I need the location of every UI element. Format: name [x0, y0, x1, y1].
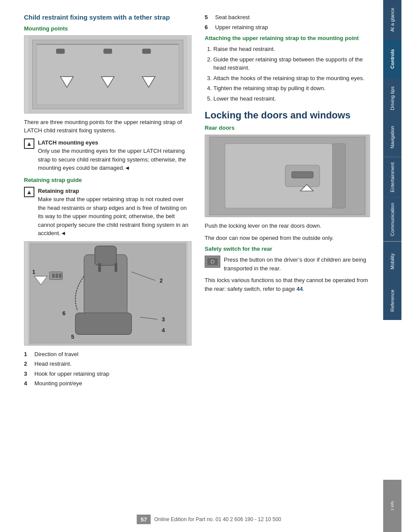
list-item-4: 4 Mounting point/eye: [24, 379, 192, 388]
warning-text-2: Retaining strap Make sure that the upper…: [38, 187, 192, 238]
list-item-6: 6 Upper retaining strap: [205, 23, 370, 32]
svg-rect-19: [52, 273, 55, 278]
page-container: Child restraint fixing system with a tet…: [0, 0, 418, 532]
safety-page-link[interactable]: 44: [297, 286, 303, 292]
sidebar-tab-entertainment[interactable]: Entertainment: [383, 157, 401, 197]
label-4: Mounting point/eye: [34, 379, 82, 388]
svg-point-40: [212, 261, 213, 263]
page-number: 57: [137, 515, 151, 524]
list-item-3: 3 Hook for upper retaining strap: [24, 370, 192, 378]
rear-doors-text2: The door can now be opened from the outs…: [205, 234, 370, 242]
page-footer: 57 Online Edition for Part no. 01 40 2 6…: [0, 515, 418, 524]
label-1: Direction of travel: [34, 350, 78, 359]
svg-text:5: 5: [71, 333, 74, 340]
svg-rect-36: [333, 144, 346, 208]
svg-rect-7: [56, 48, 65, 54]
warning-icon-2: ▲: [24, 187, 34, 197]
numbered-list-left: 1 Direction of travel 2 Head restraint. …: [24, 350, 192, 388]
svg-text:2: 2: [160, 277, 163, 284]
warning-box-2: ▲ Retaining strap Make sure that the upp…: [24, 187, 192, 238]
sidebar-info: 1 info: [383, 480, 401, 532]
warning-title-2: Retaining strap: [38, 188, 79, 194]
label-2: Head restraint.: [34, 360, 71, 368]
step-1: Raise the head restraint.: [213, 45, 370, 54]
sidebar-tab-communication[interactable]: Communication: [383, 197, 401, 241]
step-4: Tighten the retaining strap by pulling i…: [213, 84, 370, 93]
sidebar-tab-reference[interactable]: Reference: [383, 281, 401, 320]
left-column: Child restraint fixing system with a tet…: [24, 13, 192, 391]
safety-switch-text: Press the button on the driver’s door if…: [224, 256, 370, 273]
numbered-list-right-top: 5 Seat backrest 6 Upper retaining strap: [205, 13, 370, 31]
attaching-title: Attaching the upper retaining strap to t…: [205, 35, 370, 41]
seat-diagram-image: 1 2 3 4 5 6: [24, 241, 192, 346]
safety-switch-icon: [205, 256, 220, 268]
svg-rect-9: [142, 48, 151, 54]
subsection-mounting: Mounting points: [24, 25, 192, 32]
step-5: Lower the head restraint.: [213, 94, 370, 103]
warning-body-2: Make sure that the upper retaining strap…: [38, 196, 188, 236]
svg-rect-20: [56, 273, 58, 278]
retaining-guide-title: Retaining strap guide: [24, 177, 192, 183]
section-title: Child restraint fixing system with a tet…: [24, 13, 192, 22]
num-1: 1: [24, 350, 31, 359]
mounting-points-image: [24, 35, 192, 114]
attaching-steps: Raise the head restraint. Guide the uppe…: [205, 45, 370, 103]
rear-doors-image: [205, 135, 370, 217]
sidebar: At a glance Controls Driving tips Naviga…: [383, 0, 401, 532]
two-col-layout: Child restraint fixing system with a tet…: [24, 13, 370, 391]
svg-rect-13: [75, 313, 131, 334]
locking-title: Locking the doors and windows: [205, 110, 370, 121]
sidebar-tab-controls[interactable]: Controls: [383, 39, 401, 78]
safety-switch-box: Press the button on the driver’s door if…: [205, 256, 370, 273]
num-2: 2: [24, 360, 31, 368]
svg-text:4: 4: [162, 327, 165, 333]
svg-text:1: 1: [32, 269, 35, 275]
label-6: Upper retaining strap: [215, 23, 268, 32]
warning-icon-1: ▲: [24, 138, 34, 149]
num-6: 6: [205, 23, 212, 32]
svg-rect-34: [292, 172, 313, 178]
sidebar-tabs: At a glance Controls Driving tips Naviga…: [383, 0, 401, 320]
list-item-5: 5 Seat backrest: [205, 13, 370, 22]
svg-rect-16: [115, 263, 117, 272]
sidebar-tab-at-a-glance[interactable]: At a glance: [383, 0, 401, 39]
label-3: Hook for upper retaining strap: [34, 370, 109, 378]
list-item-2: 2 Head restraint.: [24, 360, 192, 368]
num-5: 5: [205, 13, 212, 22]
right-column: 5 Seat backrest 6 Upper retaining strap …: [205, 13, 370, 391]
warning-box-1: ▲ LATCH mounting eyes Only use the mount…: [24, 138, 192, 172]
svg-rect-21: [59, 273, 61, 278]
label-5: Seat backrest: [215, 13, 250, 22]
warning-title-1: LATCH mounting eyes: [38, 139, 98, 146]
svg-rect-8: [104, 48, 112, 54]
step-2: Guide the upper retaining strap between …: [213, 55, 370, 72]
main-content: Child restraint fixing system with a tet…: [0, 0, 383, 532]
sidebar-tab-navigation[interactable]: Navigation: [383, 118, 401, 157]
sidebar-tab-driving-tips[interactable]: Driving tips: [383, 78, 401, 118]
warning-body-1: Only use the mounting eyes for the upper…: [38, 148, 186, 171]
safety-switch-text2: This locks various functions so that the…: [205, 276, 370, 293]
mounting-description: There are three mounting points for the …: [24, 118, 192, 135]
num-3: 3: [24, 370, 31, 378]
safety-switch-title: Safety switch for the rear: [205, 246, 370, 252]
footer-text: Online Edition for Part no. 01 40 2 606 …: [154, 516, 281, 522]
svg-text:3: 3: [162, 316, 165, 323]
sidebar-tab-mobility[interactable]: Mobility: [383, 242, 401, 281]
step-3: Attach the hooks of the retaining strap …: [213, 74, 370, 83]
rear-doors-text1: Push the locking lever on the rear doors…: [205, 222, 370, 230]
list-item-1: 1 Direction of travel: [24, 350, 192, 359]
rear-doors-title: Rear doors: [205, 125, 370, 131]
num-4: 4: [24, 379, 31, 388]
svg-rect-15: [98, 263, 101, 272]
warning-text-1: LATCH mounting eyes Only use the mountin…: [38, 138, 192, 172]
svg-text:6: 6: [62, 310, 65, 316]
svg-rect-14: [95, 246, 117, 265]
